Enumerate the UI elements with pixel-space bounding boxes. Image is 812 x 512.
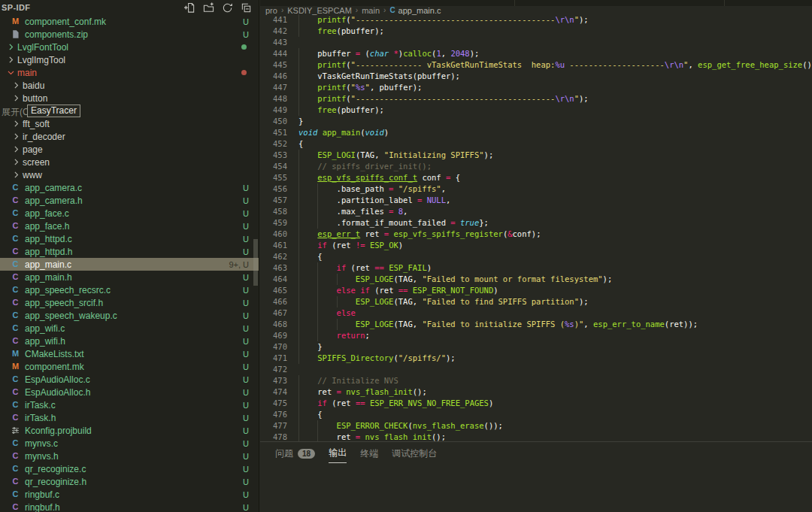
breadcrumb-separator-icon: ›	[356, 6, 358, 14]
code-line: 452{	[260, 138, 812, 150]
tree-item-LvglImgTool[interactable]: LvglImgTool	[0, 53, 259, 66]
new-file-icon[interactable]	[183, 2, 195, 14]
new-folder-icon[interactable]	[202, 2, 214, 14]
tree-item-qr_recoginize.c[interactable]: Cqr_recoginize.cU	[0, 462, 259, 475]
tree-item-mynvs.c[interactable]: Cmynvs.cU	[0, 437, 259, 450]
tree-item-app_httpd.h[interactable]: Capp_httpd.hU	[0, 245, 259, 258]
tree-item-mynvs.h[interactable]: Cmynvs.hU	[0, 450, 259, 462]
code-text: ret = nvs_flash_init();	[298, 386, 812, 398]
tree-item-LvglFontTool[interactable]: LvglFontTool	[0, 41, 259, 53]
tree-item-app_face.c[interactable]: Capp_face.cU	[0, 207, 259, 220]
code-line: 445 printf("-------------- vTaskGetRunTi…	[260, 59, 812, 71]
code-line: 457 .partition_label = NULL,	[260, 195, 812, 206]
tree-item-ringbuf.h[interactable]: Cringbuf.hU	[0, 501, 259, 512]
sidebar-scrollbar-thumb[interactable]	[253, 239, 258, 286]
tree-item-app_speech_recsrc.c[interactable]: Capp_speech_recsrc.cU	[0, 283, 259, 296]
tree-item-qr_recoginize.h[interactable]: Cqr_recoginize.hU	[0, 475, 259, 488]
tree-item-app_httpd.c[interactable]: Capp_httpd.cU	[0, 232, 259, 245]
tree-item-app_wifi.h[interactable]: Capp_wifi.hU	[0, 335, 259, 347]
code-text: ESP_LOGE(TAG, "Failed to find SPIFFS par…	[298, 296, 812, 308]
tree-item-component_conf.mk[interactable]: Mcomponent_conf.mkU	[0, 15, 259, 28]
breadcrumb-segment[interactable]: main	[362, 6, 380, 15]
tree-item-label: app_face.c	[25, 208, 69, 219]
tree-item-ir_decoder[interactable]: ir_decoder	[0, 130, 259, 143]
tree-item-app_camera.h[interactable]: Capp_camera.hU	[0, 194, 259, 207]
file-type-icon: C	[11, 400, 20, 410]
code-text: free(pbuffer);	[298, 26, 812, 37]
tree-item-app_speech_wakeup.c[interactable]: Capp_speech_wakeup.cU	[0, 309, 259, 322]
tree-item-irTask.c[interactable]: CirTask.cU	[0, 398, 259, 411]
line-number: 446	[260, 71, 287, 82]
tree-item-label: ir_decoder	[23, 132, 65, 142]
indent-guide	[317, 330, 318, 341]
tree-item-main[interactable]: main	[0, 66, 259, 79]
indent-guide	[298, 398, 299, 409]
tree-item-component.mk[interactable]: Mcomponent.mkU	[0, 360, 259, 373]
file-type-icon: M	[11, 17, 20, 26]
code-line: 466 ESP_LOGE(TAG, "Failed to find SPIFFS…	[260, 296, 812, 308]
tree-item-www[interactable]: www	[0, 168, 259, 181]
tree-item-label: Kconfig.projbuild	[25, 426, 92, 436]
tree-item-Kconfig.projbuild[interactable]: Kconfig.projbuildU	[0, 424, 259, 437]
tree-item-app_camera.c[interactable]: Capp_camera.cU	[0, 181, 259, 194]
tree-item-label: LvglImgTool	[17, 55, 65, 65]
file-type-icon: C	[11, 208, 20, 218]
tree-item-app_main.h[interactable]: Capp_main.hU	[0, 271, 259, 283]
panel-tab-调试控制台[interactable]: 调试控制台	[392, 447, 437, 463]
git-status-badge: U	[243, 439, 249, 448]
tree-item-EspAudioAlloc.h[interactable]: CEspAudioAlloc.hU	[0, 386, 259, 398]
code-text: ESP_LOGI(TAG, "Initializing SPIFFS");	[298, 150, 812, 161]
tree-item-app_wifi.c[interactable]: Capp_wifi.cU	[0, 322, 259, 335]
indent-guide	[317, 195, 318, 206]
code-text: if (ret != ESP_OK)	[298, 240, 812, 251]
file-type-icon: C	[11, 285, 20, 295]
tree-item-label: qr_recoginize.h	[25, 477, 86, 487]
git-status-badge: U	[243, 273, 249, 282]
tree-item-button[interactable]: button	[0, 92, 259, 105]
git-status-badge: U	[243, 503, 249, 512]
line-number: 459	[260, 217, 287, 229]
bottom-panel: 问题18输出终端调试控制台	[260, 441, 812, 512]
code-text: esp_err_t ret = esp_vfs_spiffs_register(…	[298, 229, 812, 240]
tree-item-label: LvglFontTool	[17, 42, 68, 53]
tree-item-app_face.h[interactable]: Capp_face.hU	[0, 220, 259, 232]
code-text: pbuffer = (char *)calloc(1, 2048);	[298, 48, 812, 59]
tree-item-app_main.c[interactable]: Capp_main.c9+, U	[0, 258, 259, 271]
panel-tab-输出[interactable]: 输出	[329, 447, 347, 463]
tree-item-page[interactable]: page	[0, 143, 259, 156]
git-status-badge: U	[243, 17, 249, 26]
indent-guide	[298, 229, 299, 240]
tree-item-screen[interactable]: screen	[0, 156, 259, 168]
panel-tab-终端[interactable]: 终端	[360, 447, 378, 463]
code-line: 453 ESP_LOGI(TAG, "Initializing SPIFFS")…	[260, 150, 812, 161]
tree-item-label: mynvs.h	[25, 451, 59, 462]
chevron-right-icon	[11, 93, 21, 103]
code-text: vTaskGetRunTimeStats(pbuffer);	[298, 71, 812, 82]
tree-item-CMakeLists.txt[interactable]: MCMakeLists.txtU	[0, 347, 259, 360]
breadcrumb-segment[interactable]: KSDIY_ESPCAM	[287, 6, 352, 15]
tree-item-baidu[interactable]: baidu	[0, 79, 259, 92]
line-number: 468	[260, 319, 287, 330]
code-text: printf("--------------------------------…	[298, 93, 812, 105]
panel-tab-问题[interactable]: 问题18	[275, 447, 315, 463]
tree-item-fft_soft[interactable]: fft_soft	[0, 117, 259, 130]
tree-item-ringbuf.c[interactable]: Cringbuf.cU	[0, 488, 259, 501]
tree-item-label: app_main.c	[25, 259, 71, 270]
refresh-icon[interactable]	[221, 2, 233, 14]
tree-item-app_speech_srcif.h[interactable]: Capp_speech_srcif.hU	[0, 296, 259, 309]
code-editor[interactable]: 441 printf("----------------------------…	[260, 14, 812, 441]
tree-item-components.zip[interactable]: components.zipU	[0, 28, 259, 41]
indent-guide	[298, 341, 299, 353]
tree-item-EspAudioAlloc.c[interactable]: CEspAudioAlloc.cU	[0, 373, 259, 386]
tree-item-label: main	[17, 68, 37, 78]
tree-item-EasyTracer[interactable]: 展开(CtrEasyTracer	[0, 105, 259, 117]
code-line: 473 // Initialize NVS	[260, 375, 812, 386]
tree-item-label: irTask.h	[25, 413, 56, 423]
breadcrumb-file[interactable]: app_main.c	[398, 6, 441, 15]
file-type-icon: C	[11, 234, 20, 244]
breadcrumb-segment[interactable]: pro	[265, 6, 277, 15]
tree-item-label: app_face.h	[25, 221, 69, 232]
indent-guide	[298, 206, 299, 217]
tree-item-irTask.h[interactable]: CirTask.hU	[0, 411, 259, 424]
collapse-all-icon[interactable]	[240, 2, 252, 14]
